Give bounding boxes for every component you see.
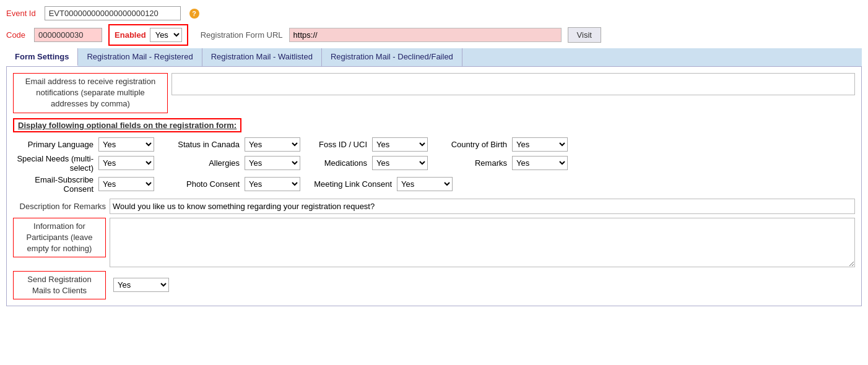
meeting-link-select[interactable]: YesNo — [397, 177, 453, 191]
event-id-label: Event Id — [6, 9, 36, 18]
email-subscribe-label: Email-Subscribe Consent — [13, 175, 93, 194]
top-section: Event Id ? Code Enabled Yes No Registrat… — [6, 6, 862, 46]
medications-label: Medications — [311, 158, 367, 168]
info-participants-row: Information for Participants (leave empt… — [13, 218, 855, 267]
visit-button[interactable]: Visit — [568, 27, 601, 43]
code-input[interactable] — [34, 28, 102, 42]
special-needs-label: Special Needs (multi-select) — [13, 154, 93, 173]
allergies-label: Allergies — [165, 158, 240, 168]
send-mail-row: Send Registration Mails to Clients YesNo — [13, 271, 855, 299]
desc-remarks-input[interactable] — [110, 199, 855, 214]
special-needs-select[interactable]: YesNo — [98, 156, 154, 170]
foss-id-select[interactable]: YesNo — [372, 137, 428, 152]
enabled-label: Enabled — [115, 30, 146, 40]
photo-consent-label: Photo Consent — [165, 179, 240, 189]
tabs-bar: Form Settings Registration Mail - Regist… — [6, 48, 862, 67]
primary-language-select[interactable]: YesNo — [98, 137, 154, 152]
email-row: Email address to receive registration no… — [13, 73, 855, 113]
status-canada-label: Status in Canada — [165, 140, 240, 149]
send-mail-label: Send Registration Mails to Clients — [13, 271, 106, 299]
reg-url-label: Registration Form URL — [201, 30, 283, 40]
info-participants-textarea[interactable] — [110, 218, 855, 267]
email-input[interactable] — [171, 73, 855, 95]
enabled-box: Enabled Yes No — [108, 24, 188, 46]
allergies-select[interactable]: YesNo — [245, 156, 300, 170]
foss-id-label: Foss ID / UCI — [311, 140, 367, 149]
meeting-link-label: Meeting Link Consent — [311, 179, 392, 189]
reg-url-input[interactable] — [289, 28, 562, 42]
email-label: Email address to receive registration no… — [13, 73, 168, 113]
medications-select[interactable]: YesNo — [372, 156, 428, 170]
tab-content-form-settings: Email address to receive registration no… — [6, 67, 862, 306]
row-event-id: Event Id ? — [6, 6, 862, 20]
tab-reg-mail-registered[interactable]: Registration Mail - Registered — [78, 48, 202, 66]
status-canada-select[interactable]: YesNo — [245, 137, 300, 152]
tab-reg-mail-waitlisted[interactable]: Registration Mail - Waitlisted — [202, 48, 322, 66]
country-birth-select[interactable]: YesNo — [512, 137, 568, 152]
remarks-select[interactable]: YesNo — [512, 156, 568, 170]
row-code-enabled: Code Enabled Yes No Registration Form UR… — [6, 24, 862, 46]
email-subscribe-select[interactable]: YesNo — [98, 177, 154, 191]
remarks-label: Remarks — [439, 158, 507, 168]
desc-remarks-label: Description for Remarks — [13, 202, 106, 211]
display-optional-heading: Display following optional fields on the… — [13, 118, 241, 132]
send-mail-select[interactable]: YesNo — [113, 278, 169, 292]
photo-consent-select[interactable]: YesNo — [245, 177, 300, 191]
tab-reg-mail-declined[interactable]: Registration Mail - Declined/Failed — [322, 48, 462, 66]
code-label: Code — [6, 30, 25, 40]
info-participants-label: Information for Participants (leave empt… — [13, 218, 106, 258]
country-birth-label: Country of Birth — [439, 140, 507, 149]
desc-remarks-row: Description for Remarks — [13, 199, 855, 214]
enabled-select[interactable]: Yes No — [150, 28, 182, 42]
optional-fields-row3: Email-Subscribe Consent YesNo Photo Cons… — [13, 175, 855, 194]
optional-fields-row1: Primary Language YesNo Status in Canada … — [13, 137, 855, 152]
tab-form-settings[interactable]: Form Settings — [6, 48, 78, 66]
primary-language-label: Primary Language — [13, 140, 93, 149]
event-id-input[interactable] — [45, 6, 181, 20]
optional-fields-row2: Special Needs (multi-select) YesNo Aller… — [13, 154, 855, 173]
question-icon[interactable]: ? — [189, 9, 199, 19]
